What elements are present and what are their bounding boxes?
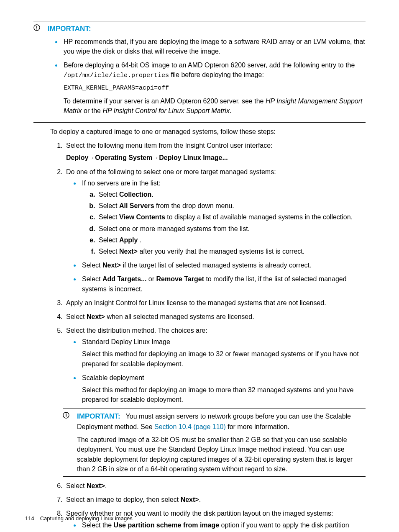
- menu-seg: Operating System: [95, 154, 152, 161]
- text: Select: [82, 275, 102, 283]
- important-label: IMPORTANT:: [48, 24, 366, 34]
- ui-ref: Next>: [87, 482, 105, 489]
- svg-rect-1: [36, 26, 37, 28]
- step5-sub1: Standard Deploy Linux Image Select this …: [80, 337, 366, 369]
- important-label: IMPORTANT:: [77, 412, 120, 420]
- step2-a: Select Collection.: [97, 190, 366, 199]
- important-block-1: IMPORTANT: HP recommends that, if you ar…: [33, 24, 366, 120]
- text: Do one of the following to select one or…: [66, 168, 276, 175]
- important-block-2: IMPORTANT: You must assign servers to ne…: [63, 411, 366, 474]
- text: if the target list of selected managed s…: [121, 262, 311, 269]
- text: Select: [66, 313, 87, 320]
- text: for more information.: [226, 423, 289, 430]
- ui-ref: View Contents: [119, 213, 165, 221]
- menu-path: Deploy→Operating System→Deploy Linux Ima…: [66, 153, 366, 162]
- text: to display a list of available managed s…: [165, 213, 353, 221]
- ui-ref: Apply: [119, 236, 138, 244]
- text: .: [230, 107, 231, 114]
- step-2: Do one of the following to select one or…: [64, 167, 366, 294]
- step2-sub3: Select Add Targets... or Remove Target t…: [80, 274, 366, 293]
- ui-ref: Collection: [119, 191, 151, 198]
- ui-ref: Remove Target: [156, 275, 204, 283]
- svg-rect-5: [66, 416, 66, 417]
- text: Select: [99, 191, 119, 198]
- rule-top: [33, 21, 366, 21]
- text: .: [199, 496, 201, 503]
- text: To determine if your server is an AMD Op…: [64, 98, 266, 105]
- text: or: [146, 275, 156, 283]
- svg-rect-4: [66, 414, 66, 416]
- text: Select an image to deploy, then select: [66, 496, 181, 503]
- ui-ref: Next>: [102, 262, 121, 269]
- text: file before deploying the image:: [169, 71, 264, 78]
- text: Select: [66, 482, 87, 489]
- rule-imp2-top: [63, 409, 366, 409]
- code-path: /opt/mx/icle/icle.properties: [64, 72, 169, 79]
- footer-title: Capturing and deploying Linux images: [40, 515, 133, 522]
- step2-b: Select All Servers from the drop down me…: [97, 201, 366, 211]
- step2-sub2: Select Next> if the target list of selec…: [80, 260, 366, 270]
- step-5: Select the distribution method. The choi…: [64, 326, 366, 404]
- imp2-para1: IMPORTANT: You must assign servers to ne…: [77, 411, 366, 432]
- menu-seg: Deploy: [66, 154, 88, 161]
- text: If no servers are in the list:: [82, 180, 161, 187]
- text: from the drop down menu.: [154, 202, 234, 209]
- intro-text: To deploy a captured image to one or man…: [50, 127, 366, 136]
- page-footer: 114Capturing and deploying Linux images: [25, 515, 133, 523]
- ui-ref: Add Targets...: [102, 275, 147, 283]
- rule-imp2-bottom: [63, 476, 366, 477]
- step2-e: Select Apply .: [97, 235, 366, 245]
- code-block: EXTRA_KERNEL_PARAMS=acpi=off: [64, 84, 366, 93]
- option-name: Scalable deployment: [82, 374, 144, 381]
- step2-d: Select one or more managed systems from …: [97, 224, 366, 234]
- text: .: [138, 236, 141, 244]
- step-1: Select the following menu item from the …: [64, 141, 366, 162]
- step-7: Select an image to deploy, then select N…: [64, 495, 366, 504]
- step-4: Select Next> when all selected managed s…: [64, 312, 366, 321]
- ui-ref: Next>: [119, 248, 138, 255]
- option-name: Standard Deploy Linux Image: [82, 338, 170, 345]
- section-link[interactable]: Section 10.4 (page 110): [154, 423, 226, 430]
- ui-ref: Next>: [181, 496, 199, 503]
- menu-seg: Deploy Linux Image...: [159, 154, 228, 161]
- text: .: [151, 191, 153, 198]
- text: when all selected managed systems are li…: [105, 313, 254, 320]
- text: Before deploying a 64-bit OS image to an…: [64, 62, 355, 69]
- step2-sub1: If no servers are in the list: Select Co…: [80, 178, 366, 256]
- text: Select: [99, 248, 119, 255]
- ui-ref: Next>: [87, 313, 105, 320]
- step5-sub2: Scalable deployment Select this method f…: [80, 373, 366, 405]
- text: .: [105, 482, 107, 489]
- rule-mid-1: [33, 122, 366, 123]
- text: Select the distribution method. The choi…: [66, 327, 207, 334]
- step-3: Apply an Insight Control for Linux licen…: [64, 298, 366, 308]
- important-icon: [33, 24, 40, 33]
- imp1-item-2: Before deploying a 64-bit OS image to an…: [62, 60, 366, 116]
- step-6: Select Next>.: [64, 481, 366, 491]
- imp1-item-1: HP recommends that, if you are deploying…: [62, 37, 366, 56]
- text: Select: [99, 202, 119, 209]
- text: Select: [82, 262, 102, 269]
- page-number: 114: [25, 515, 34, 522]
- svg-rect-2: [36, 29, 37, 30]
- option-desc: Select this method for deploying an imag…: [82, 385, 366, 404]
- text: or the: [82, 107, 103, 114]
- text: after you verify that the managed system…: [138, 248, 304, 255]
- imp2-para2: The captured image of a 32-bit OS must b…: [77, 435, 366, 474]
- text: Select: [99, 236, 119, 244]
- ui-ref: All Servers: [119, 202, 154, 209]
- text: Select the following menu item from the …: [66, 142, 273, 149]
- text: Select: [99, 213, 119, 221]
- text: To determine if your server is an AMD Op…: [64, 96, 366, 116]
- important-icon: [63, 411, 69, 421]
- step2-c: Select View Contents to display a list o…: [97, 212, 366, 222]
- option-desc: Select this method for deploying an imag…: [82, 349, 366, 368]
- doc-ref-2: HP Insight Control for Linux Support Mat…: [102, 107, 230, 114]
- step2-f: Select Next> after you verify that the m…: [97, 247, 366, 256]
